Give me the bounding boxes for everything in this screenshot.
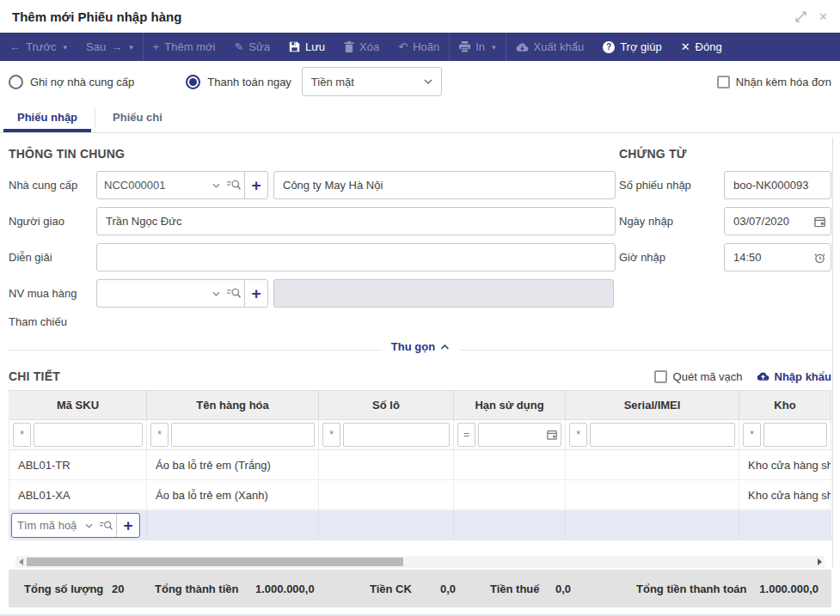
buyer-label: NV mua hàng bbox=[9, 287, 96, 300]
radio-supplier-debt[interactable]: Ghi nợ nhà cung cấp bbox=[9, 75, 134, 89]
deliverer-input[interactable] bbox=[96, 207, 616, 235]
filter-name-input[interactable] bbox=[171, 423, 315, 447]
receipt-no-input[interactable] bbox=[724, 171, 831, 199]
radio-pay-now[interactable]: Thanh toán ngay bbox=[186, 75, 291, 89]
radio-unchecked-icon[interactable] bbox=[9, 75, 23, 89]
save-label: Lưu bbox=[305, 40, 325, 53]
table-header-row: Mã SKU Tên hàng hóa Số lô Hạn sử dụng Se… bbox=[9, 391, 831, 420]
printer-icon bbox=[459, 41, 470, 52]
tab-bar: Phiếu nhập Phiếu chi bbox=[0, 102, 840, 133]
scroll-left-arrow[interactable] bbox=[15, 556, 26, 568]
next-button[interactable]: Sau → ▾ bbox=[77, 33, 143, 61]
col-header-name[interactable]: Tên hàng hóa bbox=[147, 391, 319, 420]
filter-op-button[interactable]: * bbox=[13, 423, 31, 447]
totals-bar: Tổng số lượng 20 Tổng thành tiền 1.000.0… bbox=[9, 570, 831, 607]
tab-phieu-nhap[interactable]: Phiếu nhập bbox=[0, 102, 95, 132]
supplier-combobox[interactable]: NCC000001 + bbox=[96, 171, 268, 199]
chevron-down-icon[interactable] bbox=[209, 172, 224, 198]
clock-icon[interactable] bbox=[814, 252, 825, 263]
buyer-code-value[interactable] bbox=[97, 280, 209, 307]
description-input[interactable] bbox=[96, 243, 616, 271]
add-buyer-button[interactable]: + bbox=[244, 280, 267, 307]
cell-sku[interactable]: ABL01-TR bbox=[9, 450, 147, 480]
cell-serial[interactable] bbox=[566, 450, 739, 480]
filter-row: * * * = bbox=[9, 420, 831, 450]
buyer-combobox[interactable]: + bbox=[96, 279, 268, 308]
cell-lot[interactable] bbox=[319, 450, 454, 480]
filter-sku-input[interactable] bbox=[34, 423, 143, 447]
col-header-serial[interactable]: Serial/IMEI bbox=[566, 391, 739, 420]
cell-warehouse[interactable]: Kho cửa hàng sh bbox=[739, 480, 831, 510]
invoice-checkbox[interactable]: Nhận kèm hóa đơn bbox=[717, 76, 831, 88]
product-search-combobox[interactable]: + bbox=[11, 513, 140, 538]
filter-warehouse-input[interactable] bbox=[763, 423, 827, 447]
cell-sku[interactable]: ABL01-XA bbox=[9, 480, 147, 510]
radio-supplier-debt-label: Ghi nợ nhà cung cấp bbox=[30, 76, 134, 88]
collapse-button[interactable]: Thu gọn bbox=[381, 340, 459, 353]
barcode-checkbox[interactable]: Quét mã vạch bbox=[654, 370, 743, 383]
filter-lot-input[interactable] bbox=[343, 423, 450, 447]
delete-button[interactable]: Xóa bbox=[334, 33, 389, 61]
filter-serial-input[interactable] bbox=[590, 423, 735, 447]
filter-op-button[interactable]: * bbox=[322, 423, 340, 447]
cell-name[interactable]: Áo ba lỗ trẻ em (Trắng) bbox=[147, 450, 319, 480]
add-product-button[interactable]: + bbox=[116, 514, 139, 537]
vertical-scrollbar-track[interactable] bbox=[832, 137, 833, 567]
search-list-icon[interactable] bbox=[224, 172, 244, 198]
add-new-button[interactable]: + Thêm mới bbox=[144, 33, 225, 61]
expand-icon[interactable] bbox=[795, 11, 806, 22]
calendar-icon[interactable] bbox=[814, 216, 825, 227]
caret-down-icon[interactable]: ▾ bbox=[64, 43, 68, 52]
caret-down-icon[interactable]: ▾ bbox=[492, 43, 496, 52]
cell-expiry[interactable] bbox=[454, 480, 566, 510]
chevron-down-icon[interactable] bbox=[82, 514, 96, 537]
cell-name[interactable]: Áo ba lỗ trẻ em (Xanh) bbox=[147, 480, 319, 510]
print-button[interactable]: In ▾ bbox=[450, 33, 505, 61]
checkbox-unchecked-icon[interactable] bbox=[717, 76, 730, 88]
col-header-lot[interactable]: Số lô bbox=[319, 391, 454, 420]
edit-button[interactable]: ✎ Sửa bbox=[224, 33, 279, 61]
checkbox-unchecked-icon[interactable] bbox=[654, 370, 667, 383]
help-button[interactable]: ? Trợ giúp bbox=[593, 33, 671, 61]
cell-lot[interactable] bbox=[319, 480, 454, 510]
close-icon[interactable]: ✕ bbox=[819, 10, 828, 23]
filter-op-button[interactable]: * bbox=[569, 423, 587, 447]
col-header-warehouse[interactable]: Kho bbox=[739, 391, 831, 420]
col-header-expiry[interactable]: Hạn sử dụng bbox=[454, 391, 566, 420]
filter-op-button[interactable]: * bbox=[743, 423, 761, 447]
undo-label: Hoãn bbox=[413, 40, 439, 53]
import-link[interactable]: Nhập khẩu bbox=[757, 370, 831, 383]
radio-checked-icon[interactable] bbox=[186, 75, 200, 89]
table-row[interactable]: ABL01-TR Áo ba lỗ trẻ em (Trắng) Kho cửa… bbox=[9, 450, 831, 480]
discount-label: Tiền CK bbox=[370, 582, 412, 595]
table-row[interactable]: ABL01-XA Áo ba lỗ trẻ em (Xanh) Kho cửa … bbox=[9, 480, 831, 510]
close-button[interactable]: ✕ Đóng bbox=[671, 33, 732, 61]
supplier-name-input[interactable] bbox=[273, 171, 616, 199]
scrollbar-thumb[interactable] bbox=[27, 558, 403, 566]
cell-serial[interactable] bbox=[566, 480, 739, 510]
prev-button[interactable]: ← Trước ▾ bbox=[0, 33, 77, 61]
cell-expiry[interactable] bbox=[454, 450, 566, 480]
add-supplier-button[interactable]: + bbox=[244, 172, 267, 198]
tax-value: 0,0 bbox=[555, 582, 571, 595]
product-search-input[interactable] bbox=[17, 519, 77, 532]
caret-down-icon[interactable]: ▾ bbox=[129, 43, 133, 52]
search-list-icon[interactable] bbox=[224, 280, 244, 307]
search-list-icon[interactable] bbox=[96, 514, 116, 537]
calendar-icon[interactable] bbox=[547, 430, 557, 440]
chevron-down-icon[interactable] bbox=[209, 280, 224, 307]
export-button[interactable]: Xuất khẩu bbox=[506, 33, 594, 61]
grand-total-value: 1.000.000,0 bbox=[759, 582, 819, 595]
supplier-code-value[interactable]: NCC000001 bbox=[97, 172, 209, 198]
save-button[interactable]: Lưu bbox=[279, 33, 334, 61]
filter-op-button[interactable]: * bbox=[150, 423, 169, 447]
horizontal-scrollbar[interactable] bbox=[15, 556, 825, 568]
payment-method-select[interactable]: Tiền mặt bbox=[302, 67, 442, 96]
tab-phieu-chi[interactable]: Phiếu chi bbox=[95, 102, 180, 132]
col-header-sku[interactable]: Mã SKU bbox=[9, 391, 147, 420]
filter-op-button[interactable]: = bbox=[457, 423, 475, 447]
scroll-right-arrow[interactable] bbox=[814, 556, 825, 568]
cell-warehouse[interactable]: Kho cửa hàng sh bbox=[739, 450, 831, 480]
undo-button[interactable]: ↶ Hoãn bbox=[389, 33, 449, 61]
edit-label: Sửa bbox=[248, 40, 270, 53]
